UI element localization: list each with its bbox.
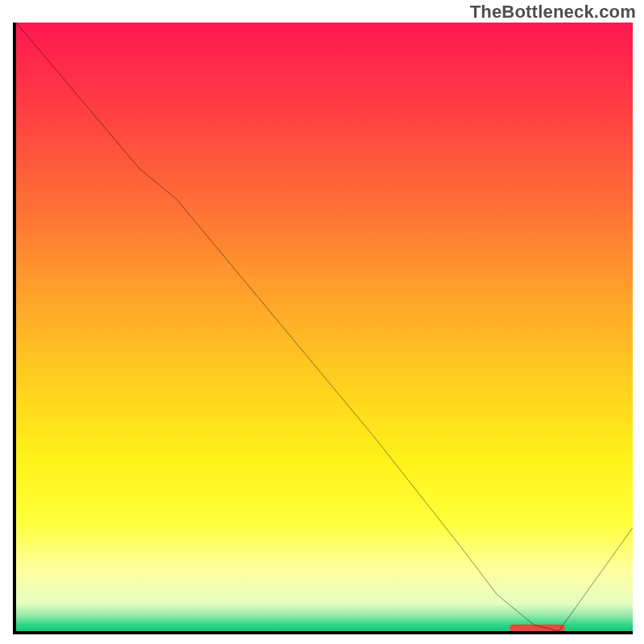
minimum-marker xyxy=(510,625,565,631)
watermark-label: TheBottleneck.com xyxy=(470,2,636,23)
heatmap-plot xyxy=(16,23,633,631)
chart-stage: TheBottleneck.com xyxy=(0,0,644,644)
gradient-background xyxy=(16,23,633,631)
plot-axes-frame xyxy=(13,23,633,634)
